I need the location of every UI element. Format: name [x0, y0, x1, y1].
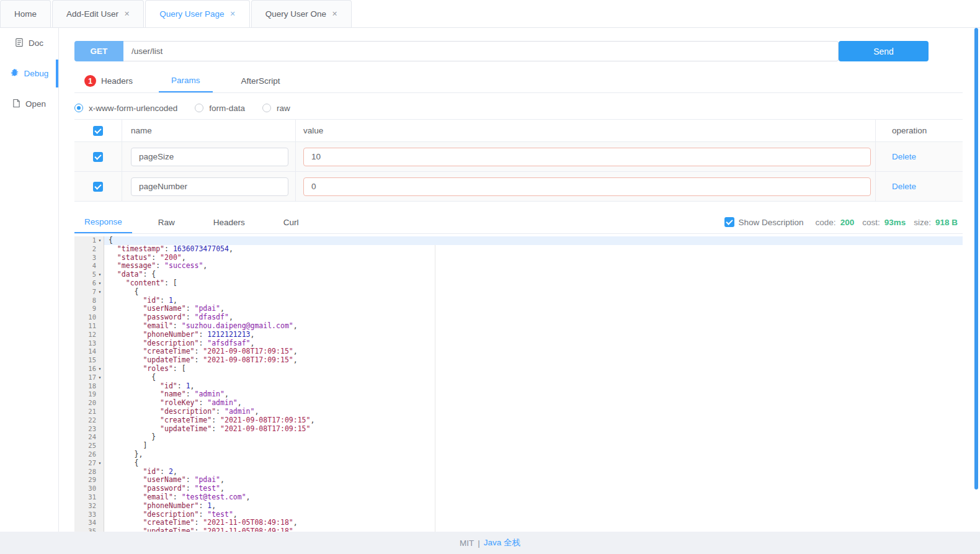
delete-button[interactable]: Delete: [892, 182, 916, 191]
response-meta: Show Description code: 200 cost: 93ms si…: [724, 211, 961, 233]
code-line[interactable]: 19 "name": "admin",: [74, 390, 963, 399]
close-icon[interactable]: ✕: [124, 11, 130, 17]
window-tabbar: Home Add-Edit User ✕ Query User Page ✕ Q…: [0, 0, 980, 28]
tab-query-user-one[interactable]: Query User One ✕: [251, 0, 352, 27]
code-line[interactable]: 27▾ {: [74, 459, 963, 468]
tab-label: Curl: [283, 218, 299, 227]
send-button[interactable]: Send: [839, 41, 929, 61]
code-line[interactable]: 34 "createTime": "2021-11-05T08:49:18",: [74, 519, 963, 527]
radio-icon: [262, 104, 271, 112]
code-line[interactable]: 32 "phoneNumber": 1,: [74, 502, 963, 511]
tab-raw[interactable]: Raw: [146, 211, 187, 233]
footer-separator: |: [478, 538, 480, 548]
row-checkbox[interactable]: [93, 182, 103, 192]
response-json-editor[interactable]: 1▾{2 "timestamp": 1636073477054,3 "statu…: [74, 236, 963, 532]
param-name-input[interactable]: [131, 177, 288, 196]
code-line[interactable]: 31 "email": "test@test.com",: [74, 493, 963, 502]
code-line[interactable]: 12 "phoneNumber": 1212121213,: [74, 331, 963, 339]
tab-headers[interactable]: 1 Headers: [74, 69, 143, 92]
footer-link[interactable]: Java 全栈: [484, 537, 520, 548]
close-icon[interactable]: ✕: [332, 11, 337, 17]
cost-label: cost:: [862, 218, 880, 227]
footer: MIT | Java 全栈: [0, 532, 980, 554]
code-line[interactable]: 16▾ "roles": [: [74, 365, 963, 373]
fold-arrow-icon[interactable]: ▾: [96, 270, 104, 279]
code-line[interactable]: 4 "message": "success",: [74, 262, 963, 270]
param-value-input[interactable]: [303, 148, 871, 166]
tab-add-edit-user[interactable]: Add-Edit User ✕: [52, 0, 144, 27]
code-line[interactable]: 13 "description": "afsdfsaf",: [74, 339, 963, 348]
code-line[interactable]: 15 "updateTime": "2021-09-08T17:09:15",: [74, 356, 963, 365]
tab-resp-headers[interactable]: Headers: [201, 211, 257, 233]
cost-value: 93ms: [884, 218, 906, 227]
tab-afterscript[interactable]: AfterScript: [229, 69, 293, 92]
code-line[interactable]: 33 "description": "test",: [74, 511, 963, 519]
code-line[interactable]: 1▾{: [74, 236, 963, 245]
bug-icon: [10, 68, 19, 79]
tab-curl[interactable]: Curl: [271, 211, 311, 233]
code-line[interactable]: 29 "userName": "pdai",: [74, 476, 963, 485]
fold-arrow-icon[interactable]: ▾: [96, 373, 104, 382]
tab-label: Query User Page: [159, 9, 224, 19]
code-line[interactable]: 11 "email": "suzhou.daipeng@gmail.com",: [74, 322, 963, 331]
code-line[interactable]: 25 ]: [74, 442, 963, 450]
code-line[interactable]: 17▾ {: [74, 373, 963, 382]
tab-response[interactable]: Response: [74, 211, 132, 233]
show-description-checkbox[interactable]: [724, 217, 734, 227]
line-number: 19: [74, 390, 104, 399]
line-number: 25: [74, 442, 104, 450]
param-name-input[interactable]: [131, 148, 288, 166]
code-line[interactable]: 18 "id": 1,: [74, 382, 963, 391]
code-line[interactable]: 7▾ {: [74, 288, 963, 297]
code-line[interactable]: 28 "id": 2,: [74, 468, 963, 476]
params-table: name value operation Delete Delete: [74, 119, 963, 202]
line-number: 17▾: [74, 373, 104, 382]
sidebar-item-doc[interactable]: Doc: [0, 28, 58, 58]
select-all-checkbox[interactable]: [93, 126, 103, 136]
radio-label: x-www-form-urlencoded: [89, 104, 177, 113]
tab-home[interactable]: Home: [0, 0, 51, 27]
delete-button[interactable]: Delete: [892, 152, 916, 161]
url-input[interactable]: [123, 41, 839, 61]
radio-raw[interactable]: raw: [262, 104, 290, 113]
sidebar-item-debug[interactable]: Debug: [0, 58, 58, 89]
row-checkbox[interactable]: [93, 152, 103, 162]
fold-arrow-icon[interactable]: ▾: [96, 288, 104, 297]
fold-arrow-icon[interactable]: ▾: [96, 236, 104, 245]
request-tabs: 1 Headers Params AfterScript: [74, 69, 963, 93]
scrollbar-thumb[interactable]: [974, 28, 978, 489]
code-line[interactable]: 30 "password": "test",: [74, 485, 963, 493]
fold-arrow-icon[interactable]: ▾: [96, 365, 104, 373]
tab-query-user-page[interactable]: Query User Page ✕: [145, 0, 250, 27]
fold-arrow-icon[interactable]: ▾: [96, 279, 104, 288]
table-row: Delete: [74, 172, 963, 202]
sidebar: Doc Debug Open: [0, 28, 59, 532]
code-line[interactable]: 21 "description": "admin",: [74, 408, 963, 416]
fold-arrow-icon[interactable]: ▾: [96, 459, 104, 468]
code-line[interactable]: 24 }: [74, 433, 963, 442]
line-number: 12: [74, 331, 104, 339]
code-line[interactable]: 2 "timestamp": 1636073477054,: [74, 245, 963, 254]
code-line[interactable]: 26 },: [74, 450, 963, 459]
param-value-input[interactable]: [303, 177, 871, 196]
sidebar-item-open[interactable]: Open: [0, 89, 58, 119]
code-line[interactable]: 35 "updateTime": "2021-11-05T08:49:18",: [74, 527, 963, 532]
radio-x-www-form-urlencoded[interactable]: x-www-form-urlencoded: [74, 104, 177, 113]
radio-form-data[interactable]: form-data: [195, 104, 245, 113]
method-select[interactable]: GET: [74, 41, 123, 61]
code-line[interactable]: 3 "status": "200",: [74, 254, 963, 262]
code-line[interactable]: 22 "createTime": "2021-09-08T17:09:15",: [74, 416, 963, 425]
close-icon[interactable]: ✕: [230, 11, 236, 17]
line-number: 7▾: [74, 288, 104, 297]
code-line[interactable]: 14 "createTime": "2021-09-08T17:09:15",: [74, 347, 963, 356]
code-line[interactable]: 5▾ "data": {: [74, 270, 963, 279]
code-line[interactable]: 10 "password": "dfasdf",: [74, 313, 963, 322]
code-line[interactable]: 23 "updateTime": "2021-09-08T17:09:15": [74, 425, 963, 434]
code-line[interactable]: 20 "roleKey": "admin",: [74, 399, 963, 408]
code-line[interactable]: 9 "userName": "pdai",: [74, 305, 963, 313]
code-line[interactable]: 8 "id": 1,: [74, 297, 963, 305]
tab-params[interactable]: Params: [159, 69, 213, 92]
code-line[interactable]: 6▾ "content": [: [74, 279, 963, 288]
tab-label: Add-Edit User: [66, 9, 118, 19]
line-number: 24: [74, 433, 104, 442]
